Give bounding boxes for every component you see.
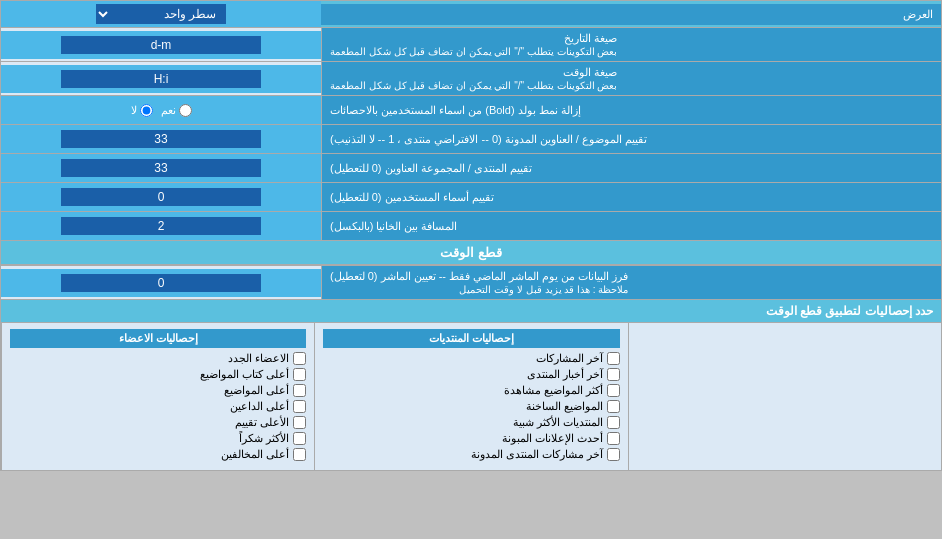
sort-forum-input-area (1, 154, 321, 182)
checkbox-posts-6-input[interactable] (607, 432, 620, 445)
radio-yes[interactable] (179, 104, 192, 117)
checkbox-members-6-label: الأكثر شكراً (239, 432, 289, 445)
checkbox-posts-6-label: أحدث الإعلانات المبونة (502, 432, 603, 445)
checkbox-members-7[interactable]: أعلى المخالفين (10, 448, 306, 461)
stats-members-col: إحصاليات الاعضاء الاعضاء الجدد أعلى كتاب… (1, 323, 314, 470)
sort-topics-input[interactable] (61, 130, 261, 148)
checkbox-posts-2-label: آخر أخبار المنتدى (527, 368, 603, 381)
display-row: العرض سطر واحد سطرين ثلاثة أسطر (1, 1, 941, 28)
checkbox-members-1[interactable]: الاعضاء الجدد (10, 352, 306, 365)
checkbox-members-6[interactable]: الأكثر شكراً (10, 432, 306, 445)
sort-users-label: تقييم أسماء المستخدمين (0 للتعطيل) (321, 183, 941, 211)
checkbox-members-2[interactable]: أعلى كتاب المواضيع (10, 368, 306, 381)
sort-users-input[interactable] (61, 188, 261, 206)
date-format-input[interactable] (61, 36, 261, 54)
checkbox-posts-3-input[interactable] (607, 384, 620, 397)
cutoff-input-area (1, 269, 321, 297)
display-select[interactable]: سطر واحد سطرين ثلاثة أسطر (96, 4, 226, 24)
radio-yes-label[interactable]: نعم (161, 104, 192, 117)
spacing-input[interactable] (61, 217, 261, 235)
checkbox-posts-4-input[interactable] (607, 400, 620, 413)
stats-grid: إحصاليات المنتديات آخر المشاركات آخر أخب… (1, 323, 941, 470)
time-format-input[interactable] (61, 70, 261, 88)
stats-blank-col (628, 323, 941, 470)
bold-remove-label: إزالة نمط بولد (Bold) من اسماء المستخدمي… (321, 96, 941, 124)
main-container: العرض سطر واحد سطرين ثلاثة أسطر صيغة الت… (0, 0, 942, 471)
stats-members-header: إحصاليات الاعضاء (10, 329, 306, 348)
date-format-row: صيغة التاريخ بعض التكوينات يتطلب "/" الت… (1, 28, 941, 62)
checkbox-posts-5-input[interactable] (607, 416, 620, 429)
bold-remove-radio-area: نعم لا (1, 96, 321, 124)
spacing-row: المسافة بين الخانيا (بالبكسل) (1, 212, 941, 241)
cutoff-label: فرز البيانات من يوم الماشر الماضي فقط --… (321, 266, 941, 299)
checkbox-posts-1[interactable]: آخر المشاركات (323, 352, 619, 365)
checkbox-members-6-input[interactable] (293, 432, 306, 445)
sort-topics-label: تقييم الموضوع / العناوين المدونة (0 -- ا… (321, 125, 941, 153)
cutoff-title: قطع الوقت (1, 241, 941, 265)
time-format-label: صيغة الوقت بعض التكوينات يتطلب "/" التي … (321, 62, 941, 95)
checkbox-posts-5-label: المنتديات الأكثر شبية (513, 416, 603, 429)
display-label: العرض (321, 4, 941, 25)
checkbox-members-1-label: الاعضاء الجدد (228, 352, 289, 365)
sort-users-input-area (1, 183, 321, 211)
date-format-input-area (1, 31, 321, 59)
checkbox-members-4[interactable]: أعلى الداعين (10, 400, 306, 413)
bold-remove-row: إزالة نمط بولد (Bold) من اسماء المستخدمي… (1, 96, 941, 125)
stats-posts-header: إحصاليات المنتديات (323, 329, 619, 348)
checkbox-members-3[interactable]: أعلى المواضيع (10, 384, 306, 397)
checkbox-members-3-label: أعلى المواضيع (224, 384, 289, 397)
checkbox-members-1-input[interactable] (293, 352, 306, 365)
checkbox-members-5[interactable]: الأعلى تقييم (10, 416, 306, 429)
time-format-row: صيغة الوقت بعض التكوينات يتطلب "/" التي … (1, 62, 941, 96)
checkbox-posts-4[interactable]: المواضيع الساخنة (323, 400, 619, 413)
checkbox-posts-6[interactable]: أحدث الإعلانات المبونة (323, 432, 619, 445)
checkbox-members-4-input[interactable] (293, 400, 306, 413)
sort-topics-input-area (1, 125, 321, 153)
spacing-label: المسافة بين الخانيا (بالبكسل) (321, 212, 941, 240)
checkbox-posts-7-input[interactable] (607, 448, 620, 461)
sort-forum-label: تقييم المنتدى / المجموعة العناوين (0 للت… (321, 154, 941, 182)
cutoff-row: فرز البيانات من يوم الماشر الماضي فقط --… (1, 266, 941, 300)
checkbox-posts-2-input[interactable] (607, 368, 620, 381)
radio-no[interactable] (140, 104, 153, 117)
date-format-label: صيغة التاريخ بعض التكوينات يتطلب "/" الت… (321, 28, 941, 61)
sort-forum-row: تقييم المنتدى / المجموعة العناوين (0 للت… (1, 154, 941, 183)
sort-topics-row: تقييم الموضوع / العناوين المدونة (0 -- ا… (1, 125, 941, 154)
display-select-area: سطر واحد سطرين ثلاثة أسطر (1, 1, 321, 27)
checkbox-posts-3[interactable]: أكثر المواضيع مشاهدة (323, 384, 619, 397)
checkbox-posts-7[interactable]: آخر مشاركات المنتدى المدونة (323, 448, 619, 461)
stats-posts-col: إحصاليات المنتديات آخر المشاركات آخر أخب… (314, 323, 627, 470)
cutoff-input[interactable] (61, 274, 261, 292)
checkbox-members-7-label: أعلى المخالفين (221, 448, 289, 461)
spacing-input-area (1, 212, 321, 240)
sort-users-row: تقييم أسماء المستخدمين (0 للتعطيل) (1, 183, 941, 212)
checkbox-posts-1-label: آخر المشاركات (536, 352, 603, 365)
checkbox-members-5-label: الأعلى تقييم (235, 416, 289, 429)
checkbox-posts-2[interactable]: آخر أخبار المنتدى (323, 368, 619, 381)
checkbox-members-2-label: أعلى كتاب المواضيع (200, 368, 289, 381)
cutoff-section-header: قطع الوقت (1, 241, 941, 266)
checkbox-posts-1-input[interactable] (607, 352, 620, 365)
checkbox-posts-3-label: أكثر المواضيع مشاهدة (504, 384, 603, 397)
checkbox-members-4-label: أعلى الداعين (230, 400, 289, 413)
time-format-input-area (1, 65, 321, 93)
checkbox-posts-5[interactable]: المنتديات الأكثر شبية (323, 416, 619, 429)
radio-no-label[interactable]: لا (131, 104, 153, 117)
sort-forum-input[interactable] (61, 159, 261, 177)
checkbox-posts-4-label: المواضيع الساخنة (526, 400, 603, 413)
checkbox-posts-7-label: آخر مشاركات المنتدى المدونة (471, 448, 603, 461)
checkbox-members-3-input[interactable] (293, 384, 306, 397)
checkbox-members-2-input[interactable] (293, 368, 306, 381)
stats-header: حدد إحصاليات لتطبيق قطع الوقت (1, 300, 941, 323)
checkbox-members-7-input[interactable] (293, 448, 306, 461)
checkbox-members-5-input[interactable] (293, 416, 306, 429)
